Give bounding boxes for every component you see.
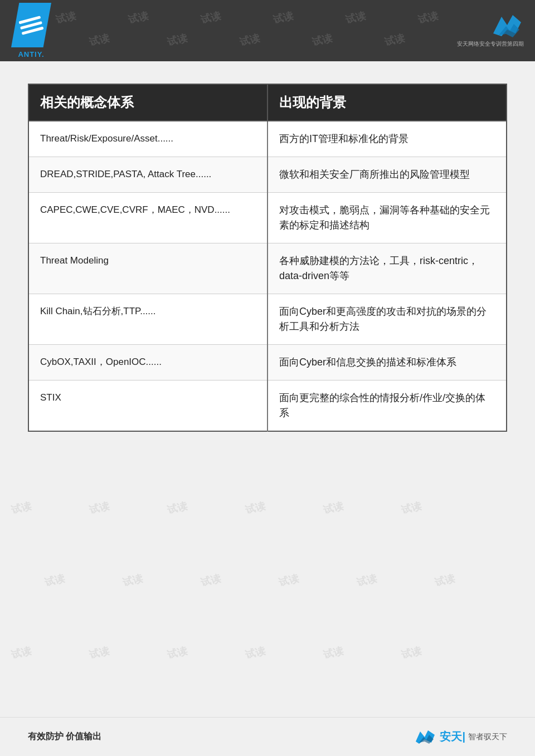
footer-brand-text: 安天| [440,729,465,744]
page-wm-42: 试读 [244,499,267,517]
table-cell-col2: 微软和相关安全厂商所推出的风险管理模型 [268,157,507,193]
footer-left-text: 有效防护 价值输出 [28,731,101,743]
page-wm-50: 试读 [434,572,456,589]
page-wm-46: 试读 [121,572,144,589]
page-wm-53: 试读 [166,644,189,662]
table-row: CybOX,TAXII，OpenIOC......面向Cyber和信息交换的描述… [28,345,507,381]
footer-bird-icon [415,729,437,745]
wm-2: 试读 [127,9,150,27]
table-row: DREAD,STRIDE,PASTA, Attack Tree......微软和… [28,157,507,193]
wm-9: 试读 [239,31,261,49]
table-row: Threat Modeling各种威胁建模的方法论，工具，risk-centri… [28,243,507,294]
table-cell-col1: CAPEC,CWE,CVE,CVRF，MAEC，NVD...... [28,193,268,243]
page-wm-43: 试读 [322,499,345,517]
col2-header: 出现的背景 [268,84,507,121]
main-content: 相关的概念体系 出现的背景 Threat/Risk/Exposure/Asset… [0,61,535,454]
page-wm-54: 试读 [244,644,267,662]
footer-brand-sub: 智者驭天下 [468,732,507,742]
logo-box [11,3,51,47]
brand-subtitle: 安天网络安全专训营第四期 [457,40,524,48]
table-row: Kill Chain,钻石分析,TTP......面向Cyber和更高强度的攻击… [28,294,507,345]
page-wm-40: 试读 [88,499,111,517]
table-cell-col2: 西方的IT管理和标准化的背景 [268,121,507,157]
wm-10: 试读 [311,31,334,49]
wm-3: 试读 [200,9,222,27]
page-wm-41: 试读 [166,499,189,517]
footer: 有效防护 价值输出 安天| 智者驭天下 [0,717,535,756]
page-wm-49: 试读 [356,572,378,589]
header-watermarks: 试读 试读 试读 试读 试读 试读 试读 试读 试读 试读 试读 [0,0,535,61]
wm-8: 试读 [166,31,189,49]
table-cell-col1: STIX [28,381,268,432]
table-cell-col1: Kill Chain,钻石分析,TTP...... [28,294,268,345]
table-row: Threat/Risk/Exposure/Asset......西方的IT管理和… [28,121,507,157]
wm-4: 试读 [272,9,295,27]
table-cell-col1: Threat Modeling [28,243,268,294]
page-wm-56: 试读 [400,644,423,662]
wm-1: 试读 [55,9,77,27]
wm-11: 试读 [383,31,406,49]
header: 试读 试读 试读 试读 试读 试读 试读 试读 试读 试读 试读 ANTIY. … [0,0,535,61]
page-wm-48: 试读 [278,572,300,589]
page-wm-39: 试读 [10,499,33,517]
brand-bird-icon [490,14,524,39]
table-row: STIX面向更完整的综合性的情报分析/作业/交换的体系 [28,381,507,432]
page-wm-47: 试读 [200,572,222,589]
brand-right: 安天网络安全专训营第四期 [457,14,524,48]
logo-lines [18,16,43,35]
table-cell-col2: 面向Cyber和更高强度的攻击和对抗的场景的分析工具和分析方法 [268,294,507,345]
page-wm-51: 试读 [10,644,33,662]
page-wm-55: 试读 [322,644,345,662]
wm-5: 试读 [344,9,367,27]
table-cell-col1: CybOX,TAXII，OpenIOC...... [28,345,268,381]
page-wm-45: 试读 [43,572,66,589]
table-cell-col1: DREAD,STRIDE,PASTA, Attack Tree...... [28,157,268,193]
page-wm-52: 试读 [88,644,111,662]
table-row: CAPEC,CWE,CVE,CVRF，MAEC，NVD......对攻击模式，脆… [28,193,507,243]
col1-header: 相关的概念体系 [28,84,268,121]
logo-text: ANTIY. [18,50,44,58]
table-cell-col1: Threat/Risk/Exposure/Asset...... [28,121,268,157]
table-cell-col2: 对攻击模式，脆弱点，漏洞等各种基础的安全元素的标定和描述结构 [268,193,507,243]
wm-7: 试读 [88,31,111,49]
concept-table: 相关的概念体系 出现的背景 Threat/Risk/Exposure/Asset… [28,84,507,432]
page-wm-44: 试读 [400,499,423,517]
wm-6: 试读 [417,9,440,27]
table-cell-col2: 面向Cyber和信息交换的描述和标准体系 [268,345,507,381]
table-cell-col2: 各种威胁建模的方法论，工具，risk-centric，data-driven等等 [268,243,507,294]
footer-logo: 安天| 智者驭天下 [415,729,507,745]
table-cell-col2: 面向更完整的综合性的情报分析/作业/交换的体系 [268,381,507,432]
logo-container: ANTIY. [11,3,51,58]
